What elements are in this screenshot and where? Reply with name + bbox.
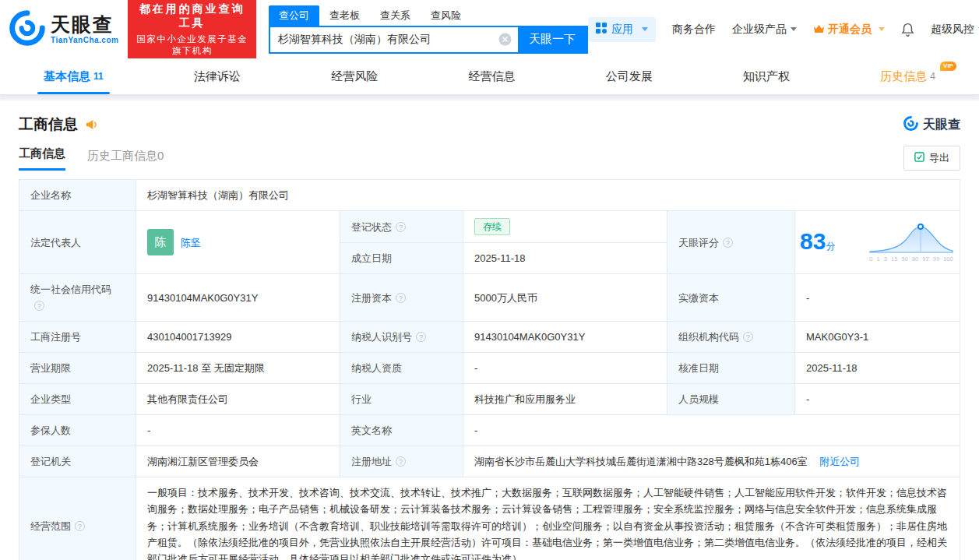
table-row: 法定代表人 陈 陈坚 登记状态 存续 天眼评分 83分 (19, 211, 960, 243)
apps-menu[interactable]: 应用 (588, 17, 656, 42)
table-row: 营业期限 2025-11-18 至 无固定期限 纳税人资质 - 核准日期 202… (19, 353, 960, 384)
reg-capital-value: 5000万人民币 (463, 274, 667, 322)
tab-basic-info[interactable]: 基本信息11 (44, 58, 104, 94)
paid-capital-label: 实缴资本 (667, 274, 795, 322)
tab-operation-info[interactable]: 经营信息 (468, 58, 515, 94)
establish-date-value: 2025-11-18 (463, 243, 667, 274)
tab-count: 4 (930, 71, 935, 82)
search-tab-boss[interactable]: 查老板 (319, 5, 370, 26)
search-button[interactable]: 天眼一下 (518, 27, 586, 52)
help-icon[interactable] (743, 332, 753, 342)
open-vip-menu[interactable]: 开通会员 (813, 23, 885, 37)
help-icon[interactable] (75, 521, 85, 531)
tab-company-development[interactable]: 公司发展 (606, 58, 653, 94)
table-row: 统一社会信用代码 91430104MAK0G0Y31Y 注册资本 5000万人民… (19, 274, 960, 322)
company-type-label: 企业类型 (19, 384, 136, 415)
search-input[interactable] (270, 33, 498, 46)
legal-rep-value: 陈 陈坚 (136, 211, 340, 274)
tianyancha-logo[interactable]: 天眼查 TianYanCha.com (9, 10, 118, 48)
company-nav-tabs: 基本信息11 法律诉讼 经营风险 经营信息 公司发展 知识产权 历史信息4 VI… (0, 58, 979, 94)
export-button[interactable]: 导出 (903, 146, 960, 171)
subtab-history-business-info[interactable]: 历史工商信息0 (87, 149, 164, 171)
announcement-icon[interactable] (85, 118, 98, 131)
search-tab-risk[interactable]: 查风险 (421, 5, 471, 26)
tab-history-info[interactable]: 历史信息4 VIP (880, 58, 935, 94)
establish-date-label: 成立日期 (340, 243, 463, 274)
promo-banner: 都在用的商业查询工具 国家中小企业发展子基金旗下机构 (128, 0, 256, 62)
business-scope-label: 经营范围 (19, 477, 136, 560)
taxpayer-quality-value: - (463, 353, 667, 384)
table-row: 经营范围 一般项目：技术服务、技术开发、技术咨询、技术交流、技术转让、技术推广；… (19, 477, 960, 560)
chevron-down-icon (879, 27, 885, 31)
search-box: 天眼一下 (269, 26, 588, 54)
staff-size-label: 人员规模 (667, 384, 795, 415)
legal-rep-link[interactable]: 陈坚 (181, 234, 201, 251)
company-name-label: 企业名称 (19, 180, 136, 211)
org-code-label: 组织机构代码 (667, 322, 795, 353)
biz-term-value: 2025-11-18 至 无固定期限 (136, 353, 340, 384)
reg-authority-value: 湖南湘江新区管理委员会 (136, 446, 340, 477)
enterprise-products-menu[interactable]: 企业级产品 (732, 23, 797, 37)
legal-rep-label: 法定代表人 (19, 211, 136, 274)
clear-search-icon[interactable] (498, 33, 512, 46)
nearby-companies-link[interactable]: 附近公司 (819, 456, 860, 467)
crown-icon (813, 23, 825, 36)
reg-status-value: 存续 (463, 211, 667, 243)
tab-intellectual-property[interactable]: 知识产权 (743, 58, 790, 94)
help-icon[interactable] (396, 222, 406, 232)
search-area: 查公司 查老板 查关系 查风险 天眼一下 (269, 5, 588, 54)
reg-capital-label: 注册资本 (340, 274, 463, 322)
search-tabs: 查公司 查老板 查关系 查风险 (269, 5, 588, 26)
apps-menu-label: 应用 (611, 23, 633, 37)
approve-date-label: 核准日期 (667, 353, 795, 384)
help-icon[interactable] (723, 238, 733, 248)
header-menu: 应用 商务合作 企业级产品 开通会员 超级风控 (588, 17, 979, 42)
help-icon[interactable] (396, 293, 406, 303)
credit-code-label: 统一社会信用代码 (19, 274, 136, 322)
insured-label: 参保人数 (19, 415, 136, 446)
tianyancha-logo-icon (9, 10, 45, 48)
tab-operation-risk[interactable]: 经营风险 (331, 58, 378, 94)
industry-value: 科技推广和应用服务业 (463, 384, 667, 415)
approve-date-value: 2025-11-18 (795, 353, 960, 384)
super-risk-menu[interactable]: 超级风控 (931, 23, 979, 37)
promo-banner-line1: 都在用的商业查询工具 (136, 2, 248, 30)
table-row: 企业名称 杉湖智算科技（湖南）有限公司 (19, 180, 960, 211)
help-icon[interactable] (396, 456, 406, 467)
score-label: 天眼评分 (667, 211, 795, 274)
tab-legal-litigation[interactable]: 法律诉讼 (194, 58, 241, 94)
score-value: 83分 0 1 3 15 (795, 211, 960, 274)
credit-code-value: 91430104MAK0G0Y31Y (136, 274, 340, 322)
tab-count: 11 (93, 71, 104, 82)
export-icon (914, 152, 924, 164)
subtab-current-business-info[interactable]: 工商信息 (19, 146, 65, 171)
chevron-down-icon (642, 27, 648, 31)
company-name-value: 杉湖智算科技（湖南）有限公司 (136, 180, 960, 211)
logo-title: 天眼查 (51, 14, 118, 36)
org-code-value: MAK0G0Y3-1 (795, 322, 960, 353)
tianyancha-watermark: 天眼查 (903, 116, 960, 134)
taxpayer-quality-label: 纳税人资质 (340, 353, 463, 384)
paid-capital-value: - (795, 274, 960, 322)
vip-badge: VIP (940, 62, 956, 71)
search-tab-company[interactable]: 查公司 (269, 5, 319, 26)
business-info-table: 企业名称 杉湖智算科技（湖南）有限公司 法定代表人 陈 陈坚 登记状态 存续 天… (19, 179, 960, 560)
reg-number-value: 430104001713929 (136, 322, 340, 353)
table-row: 登记机关 湖南湘江新区管理委员会 注册地址 湖南省长沙市岳麓山大学科技城岳麓街道… (19, 446, 960, 477)
english-name-label: 英文名称 (340, 415, 463, 446)
help-icon[interactable] (416, 332, 426, 342)
insured-value: - (136, 415, 340, 446)
status-badge: 存续 (474, 218, 510, 235)
staff-size-value: - (795, 384, 960, 415)
industry-label: 行业 (340, 384, 463, 415)
reg-authority-label: 登记机关 (19, 446, 136, 477)
score-chart-ticks: 0 1 3 15 50 80 97 99 100 (869, 255, 953, 264)
top-bar: 天眼查 TianYanCha.com 都在用的商业查询工具 国家中小企业发展子基… (0, 0, 979, 58)
business-cooperation-link[interactable]: 商务合作 (672, 23, 716, 37)
notification-bell-icon[interactable] (901, 23, 914, 37)
help-icon[interactable] (34, 301, 44, 311)
score-number: 83 (800, 228, 826, 254)
promo-banner-line2: 国家中小企业发展子基金旗下机构 (136, 33, 248, 57)
search-tab-relation[interactable]: 查关系 (370, 5, 421, 26)
chevron-down-icon (791, 27, 797, 31)
